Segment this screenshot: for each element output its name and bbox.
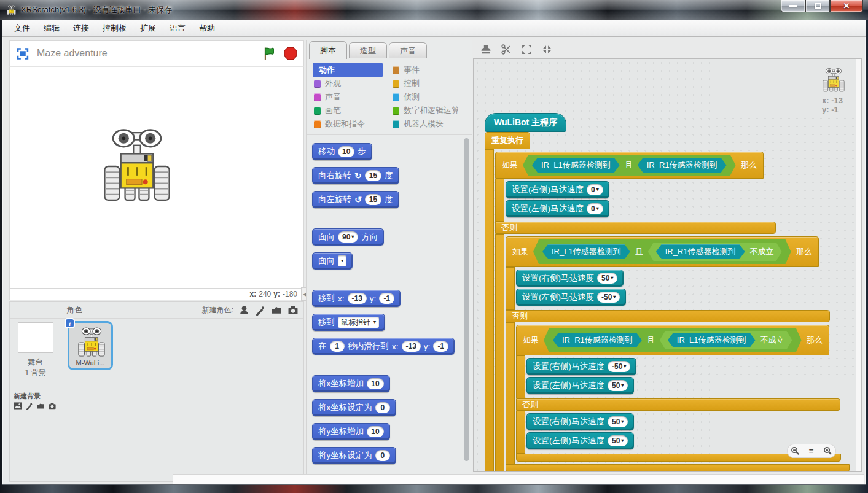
close-button[interactable]: ✕ xyxy=(830,0,863,12)
and-operator[interactable]: IR_L1传感器检测到 且 IR_R1传感器检测到 不成立 xyxy=(533,239,791,264)
and-operator[interactable]: IR_L1传感器检测到 且 IR_R1传感器检测到 xyxy=(523,155,736,176)
set-left-motor-block[interactable]: 设置(左侧)马达速度50▾ xyxy=(526,432,634,449)
set-right-motor-block[interactable]: 设置(右侧)马达速度50▾ xyxy=(516,270,624,287)
dropdown-input[interactable]: 0▾ xyxy=(587,203,603,214)
category-data[interactable]: 数据和指令 xyxy=(313,117,391,131)
set-right-motor-block[interactable]: 设置(右侧)马达速度50▾ xyxy=(526,413,634,430)
stage-sprite-image[interactable] xyxy=(101,127,173,206)
block-goto-xy[interactable]: 移到x:-13y:-1 xyxy=(312,290,401,307)
info-icon[interactable]: i xyxy=(65,318,75,328)
menu-extensions[interactable]: 扩展 xyxy=(133,20,163,36)
new-sprite-upload-icon[interactable] xyxy=(271,305,282,316)
new-backdrop-camera-icon[interactable] xyxy=(48,402,57,410)
block-point-direction[interactable]: 面向90▾方向 xyxy=(312,228,384,246)
block-set-x[interactable]: 将x坐标设定为0 xyxy=(312,399,396,416)
block-turn-left[interactable]: 向左旋转↺15度 xyxy=(312,191,399,208)
number-input[interactable]: -1 xyxy=(433,341,448,352)
new-backdrop-upload-icon[interactable] xyxy=(36,402,45,410)
dropdown-input[interactable]: 90▾ xyxy=(338,231,358,243)
maximize-button[interactable] xyxy=(805,0,830,12)
sensor-block-ir-l1[interactable]: IR_L1传感器检测到 xyxy=(668,333,756,347)
new-sprite-library-icon[interactable] xyxy=(239,305,249,316)
menu-connect[interactable]: 连接 xyxy=(66,20,96,36)
zoom-reset-button[interactable]: = xyxy=(803,444,819,457)
menu-file[interactable]: 文件 xyxy=(7,20,37,36)
dropdown-input[interactable]: -50▾ xyxy=(608,361,630,372)
number-input[interactable]: 10 xyxy=(367,426,383,437)
minimize-button[interactable] xyxy=(781,0,805,12)
category-motion[interactable]: 动作 xyxy=(313,63,383,77)
number-input[interactable]: 0 xyxy=(375,402,390,413)
new-backdrop-library-icon[interactable] xyxy=(14,402,22,410)
tab-costumes[interactable]: 造型 xyxy=(349,42,387,58)
sensor-block-ir-r1[interactable]: IR_R1传感器检测到 xyxy=(553,333,642,347)
zoom-out-button[interactable] xyxy=(788,444,803,457)
category-events[interactable]: 事件 xyxy=(391,63,470,77)
and-operator[interactable]: IR_R1传感器检测到 且 IR_L1传感器检测到 不成立 xyxy=(544,328,802,352)
new-backdrop-paint-icon[interactable] xyxy=(25,402,33,410)
script-canvas[interactable]: x: -13 y: -1 WuLiBot 主程序 重复执行 如果 IR_L xyxy=(473,58,862,472)
number-input[interactable]: 10 xyxy=(338,146,354,157)
set-right-motor-block[interactable]: 设置(右侧)马达速度0▾ xyxy=(506,181,609,198)
green-flag-button[interactable] xyxy=(263,47,276,60)
category-operators[interactable]: 数字和逻辑运算 xyxy=(391,104,470,117)
dropdown-input[interactable]: ▾ xyxy=(338,255,346,266)
dropdown-input[interactable]: 50▾ xyxy=(608,435,628,446)
number-input[interactable]: 15 xyxy=(365,170,381,181)
number-input[interactable]: -1 xyxy=(379,293,394,304)
new-sprite-paint-icon[interactable] xyxy=(255,305,265,316)
new-sprite-camera-icon[interactable] xyxy=(287,305,299,315)
block-goto-mouse[interactable]: 移到鼠标指针▾ xyxy=(312,314,385,331)
if-else-block-2[interactable]: 如果 IR_L1传感器检测到 且 IR_R1传感器检测到 不成立 xyxy=(506,236,850,472)
shrink-icon[interactable] xyxy=(542,44,552,55)
menu-edit[interactable]: 编辑 xyxy=(37,20,66,36)
scissors-icon[interactable] xyxy=(501,44,512,55)
set-left-motor-block[interactable]: 设置(左侧)马达速度50▾ xyxy=(526,377,634,394)
menu-help[interactable]: 帮助 xyxy=(192,20,222,36)
block-change-x[interactable]: 将x坐标增加10 xyxy=(312,375,390,392)
block-glide[interactable]: 在1秒内滑行到x:-13y:-1 xyxy=(312,338,455,355)
block-set-y[interactable]: 将y坐标设定为0 xyxy=(312,447,396,464)
sensor-block-ir-r1[interactable]: IR_R1传感器检测到 xyxy=(656,244,745,259)
not-operator[interactable]: IR_R1传感器检测到 不成立 xyxy=(648,243,782,261)
dropdown-input[interactable]: 50▾ xyxy=(608,380,628,391)
category-pen[interactable]: 画笔 xyxy=(313,104,391,117)
horizontal-scroll-track[interactable] xyxy=(173,474,864,484)
tab-scripts[interactable]: 脚本 xyxy=(309,41,347,59)
sensor-block-ir-l1[interactable]: IR_L1传感器检测到 xyxy=(542,244,630,259)
category-control[interactable]: 控制 xyxy=(391,77,470,90)
number-input[interactable]: -13 xyxy=(402,341,421,352)
block-turn-right[interactable]: 向右旋转↻15度 xyxy=(312,167,399,184)
grow-icon[interactable] xyxy=(522,44,532,55)
stage-canvas[interactable] xyxy=(9,67,304,289)
stamp-icon[interactable] xyxy=(480,44,491,55)
number-input[interactable]: 1 xyxy=(330,341,345,352)
dropdown-input[interactable]: 50▾ xyxy=(608,416,628,427)
canvas-scrollbar[interactable] xyxy=(856,59,861,471)
sensor-block-ir-l1[interactable]: IR_L1传感器检测到 xyxy=(532,158,620,173)
tab-sounds[interactable]: 声音 xyxy=(389,42,427,58)
category-sensing[interactable]: 侦测 xyxy=(391,90,470,104)
dropdown-input[interactable]: 50▾ xyxy=(597,273,617,284)
number-input[interactable]: -13 xyxy=(348,293,367,304)
zoom-in-button[interactable] xyxy=(819,444,835,457)
if-else-block-1[interactable]: 如果 IR_L1传感器检测到 且 IR_R1传感器检测到 那么 设置(右侧)马达… xyxy=(495,152,850,472)
not-operator[interactable]: IR_L1传感器检测到 不成立 xyxy=(660,331,792,349)
category-sound[interactable]: 声音 xyxy=(313,90,391,104)
number-input[interactable]: 10 xyxy=(367,378,383,389)
menu-language[interactable]: 语言 xyxy=(163,20,192,36)
fullscreen-button[interactable] xyxy=(16,48,29,60)
number-input[interactable]: 0 xyxy=(375,450,390,461)
if-else-block-3[interactable]: 如果 IR_R1传感器检测到 且 IR_L1传感器检测到 不成立 xyxy=(516,325,841,462)
dropdown-input[interactable]: 鼠标指针▾ xyxy=(338,317,379,328)
block-change-y[interactable]: 将y坐标增加10 xyxy=(312,423,390,440)
number-input[interactable]: 15 xyxy=(365,194,381,205)
hat-block-main-program[interactable]: WuLiBot 主程序 xyxy=(485,113,566,132)
block-point-towards[interactable]: 面向▾ xyxy=(312,252,353,270)
dropdown-input[interactable]: 0▾ xyxy=(587,184,603,195)
block-move-steps[interactable]: 移动10步 xyxy=(312,143,372,160)
set-left-motor-block[interactable]: 设置(左侧)马达速度-50▾ xyxy=(516,289,626,306)
stop-button[interactable] xyxy=(284,47,297,60)
category-robot[interactable]: 机器人模块 xyxy=(391,117,470,131)
category-looks[interactable]: 外观 xyxy=(313,77,391,90)
